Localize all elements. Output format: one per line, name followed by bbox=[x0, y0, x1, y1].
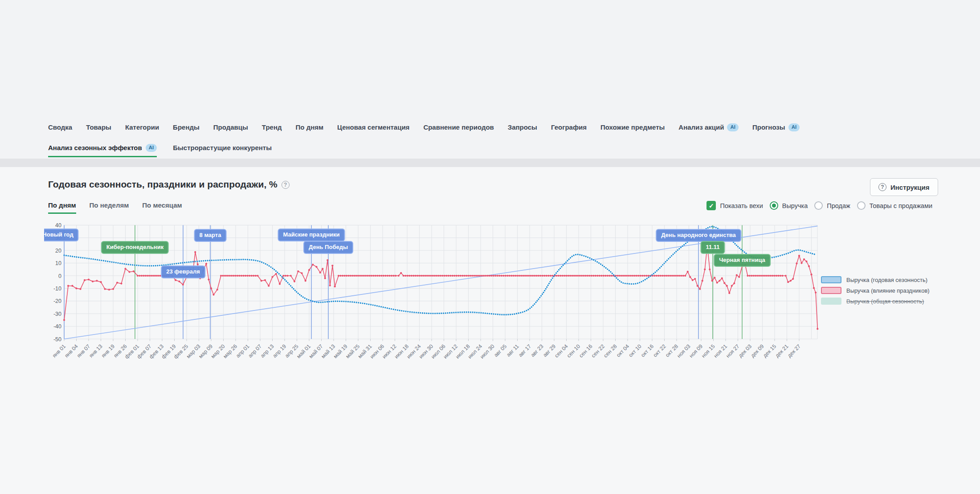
primary-tab-бренды[interactable]: Бренды bbox=[173, 123, 200, 131]
svg-text:июл 30: июл 30 bbox=[479, 343, 496, 360]
svg-text:авг 23: авг 23 bbox=[530, 343, 545, 358]
svg-text:-20: -20 bbox=[53, 298, 61, 304]
svg-text:дек 03: дек 03 bbox=[737, 343, 753, 359]
primary-tab-география[interactable]: География bbox=[551, 123, 587, 131]
primary-tab-анализ-акций[interactable]: Анализ акцийAI bbox=[678, 123, 739, 131]
subtab-по-дням[interactable]: По дням bbox=[48, 201, 76, 214]
svg-text:сен 04: сен 04 bbox=[553, 343, 569, 359]
radio-label: Продаж bbox=[827, 202, 850, 209]
x-axis-labels: янв 01янв 04янв 07янв 13янв 19янв 26фев … bbox=[51, 339, 802, 360]
svg-text:окт 10: окт 10 bbox=[628, 343, 643, 358]
metric-radio-продаж[interactable]: Продаж bbox=[814, 201, 850, 210]
primary-tab-ценовая-сегментация[interactable]: Ценовая сегментация bbox=[337, 123, 409, 131]
svg-text:дек 27: дек 27 bbox=[786, 343, 802, 359]
tab-label: География bbox=[551, 123, 587, 131]
subtab-по-месяцам[interactable]: По месяцам bbox=[142, 201, 182, 214]
legend-swatch bbox=[821, 287, 841, 294]
legend-item-выручка-годовая-сезонность-[interactable]: Выручка (годовая сезонность) bbox=[821, 276, 930, 283]
svg-text:апр 01: апр 01 bbox=[235, 343, 251, 359]
metric-radio-выручка[interactable]: Выручка bbox=[770, 201, 808, 210]
holiday-label-черная-пятница: Черная пятница bbox=[714, 254, 771, 267]
svg-text:янв 01: янв 01 bbox=[51, 343, 67, 359]
seasonality-chart: 403020100-10-20-30-40-50янв 01янв 04янв … bbox=[44, 218, 940, 385]
svg-text:апр 07: апр 07 bbox=[247, 343, 263, 359]
legend-label: Выручка (годовая сезонность) bbox=[846, 277, 927, 283]
svg-text:авг 17: авг 17 bbox=[517, 343, 532, 358]
svg-text:дек 21: дек 21 bbox=[774, 343, 790, 359]
tab-label: Продавцы bbox=[213, 123, 248, 131]
holiday-label-майские-праздники: Майские праздники bbox=[278, 229, 345, 241]
svg-text:авг 11: авг 11 bbox=[505, 343, 520, 358]
svg-text:апр 13: апр 13 bbox=[259, 343, 275, 359]
tab-label: По дням bbox=[296, 123, 324, 131]
primary-tab-тренд[interactable]: Тренд bbox=[262, 123, 282, 131]
svg-text:дек 15: дек 15 bbox=[762, 343, 777, 359]
svg-text:ноя 15: ноя 15 bbox=[700, 343, 716, 359]
legend-item-выручка-общая-сезонность-[interactable]: Выручка (общая сезонность) bbox=[821, 298, 930, 305]
page-title: Годовая сезонность, праздники и распрода… bbox=[48, 179, 278, 190]
primary-tab-сводка[interactable]: Сводка bbox=[48, 123, 72, 131]
svg-text:апр 19: апр 19 bbox=[271, 343, 287, 359]
svg-text:янв 13: янв 13 bbox=[88, 343, 104, 359]
secondary-tab-анализ-сезонных-эффектов[interactable]: Анализ сезонных эффектовAI bbox=[48, 144, 157, 157]
radio-icon[interactable] bbox=[857, 201, 866, 210]
legend-item-выручка-влияние-праздников-[interactable]: Выручка (влияние праздников) bbox=[821, 287, 930, 294]
instruction-button-label: Инструкция bbox=[890, 184, 930, 191]
tab-label: Категории bbox=[125, 123, 159, 131]
milestones-checkbox-control[interactable]: ✓Показать вехи bbox=[706, 201, 763, 210]
svg-text:янв 04: янв 04 bbox=[63, 343, 79, 359]
holiday-label-кибер-понедельник: Кибер-понедельник bbox=[101, 241, 169, 254]
svg-text:40: 40 bbox=[55, 222, 61, 229]
subtab-по-неделям[interactable]: По неделям bbox=[90, 201, 129, 214]
primary-tab-похожие-предметы[interactable]: Похожие предметы bbox=[600, 123, 665, 131]
holiday-label-день-народного-единства: День народного единства bbox=[656, 229, 741, 242]
holiday-impact-line bbox=[64, 245, 817, 329]
question-circle-icon: ? bbox=[878, 183, 886, 191]
tab-label: Похожие предметы bbox=[600, 123, 665, 131]
radio-label: Выручка bbox=[782, 202, 808, 209]
section-divider-band bbox=[0, 159, 980, 167]
radio-label: Товары с продажами bbox=[870, 202, 932, 209]
svg-text:-30: -30 bbox=[53, 311, 61, 317]
svg-text:10: 10 bbox=[55, 260, 61, 266]
svg-text:ноя 03: ноя 03 bbox=[676, 343, 692, 359]
svg-text:сен 10: сен 10 bbox=[566, 343, 582, 359]
ai-badge: AI bbox=[727, 123, 739, 131]
secondary-tab-быстрорастущие-конкуренты[interactable]: Быстрорастущие конкуренты bbox=[173, 144, 272, 157]
ai-badge: AI bbox=[788, 123, 800, 131]
chart-legend: Выручка (годовая сезонность)Выручка (вли… bbox=[821, 276, 930, 305]
instruction-button[interactable]: ? Инструкция bbox=[870, 178, 938, 196]
primary-tab-сравнение-периодов[interactable]: Сравнение периодов bbox=[423, 123, 494, 131]
radio-icon[interactable] bbox=[770, 201, 778, 210]
milestones-checkbox[interactable]: ✓ bbox=[706, 201, 716, 210]
tab-label: Товары bbox=[86, 123, 111, 131]
primary-tab-продавцы[interactable]: Продавцы bbox=[213, 123, 248, 131]
chart-controls: ✓Показать вехиВыручкаПродажТовары с прод… bbox=[706, 201, 932, 210]
milestones-checkbox-label: Показать вехи bbox=[720, 202, 763, 209]
primary-tab-запросы[interactable]: Запросы bbox=[508, 123, 537, 131]
primary-tab-товары[interactable]: Товары bbox=[86, 123, 111, 131]
svg-text:окт 16: окт 16 bbox=[640, 343, 655, 358]
svg-text:сен 16: сен 16 bbox=[578, 343, 594, 359]
svg-text:-10: -10 bbox=[53, 286, 61, 292]
analytics-page: СводкаТоварыКатегорииБрендыПродавцыТренд… bbox=[0, 0, 980, 494]
tab-label: Запросы bbox=[508, 123, 537, 131]
primary-tab-bar: СводкаТоварыКатегорииБрендыПродавцыТренд… bbox=[48, 123, 800, 131]
primary-tab-по-дням[interactable]: По дням bbox=[296, 123, 324, 131]
tab-label: Ценовая сегментация bbox=[337, 123, 409, 131]
legend-swatch bbox=[821, 298, 841, 305]
title-help-icon[interactable]: ? bbox=[282, 181, 290, 189]
radio-icon[interactable] bbox=[814, 201, 823, 210]
tab-label: Быстрорастущие конкуренты bbox=[173, 144, 272, 151]
holiday-label-новый-год: Новый год bbox=[44, 229, 79, 241]
metric-radio-товары-с-продажами[interactable]: Товары с продажами bbox=[857, 201, 932, 210]
holiday-label-11.11: 11.11 bbox=[700, 241, 725, 254]
primary-tab-категории[interactable]: Категории bbox=[125, 123, 159, 131]
legend-label: Выручка (общая сезонность) bbox=[846, 298, 924, 305]
svg-text:авг 05: авг 05 bbox=[493, 343, 508, 358]
tab-label: Тренд bbox=[262, 123, 282, 131]
legend-swatch bbox=[821, 276, 841, 283]
granularity-subtabs: По днямПо неделямПо месяцам bbox=[48, 201, 182, 214]
tab-label: Анализ сезонных эффектов bbox=[48, 144, 142, 151]
primary-tab-прогнозы[interactable]: ПрогнозыAI bbox=[752, 123, 800, 131]
